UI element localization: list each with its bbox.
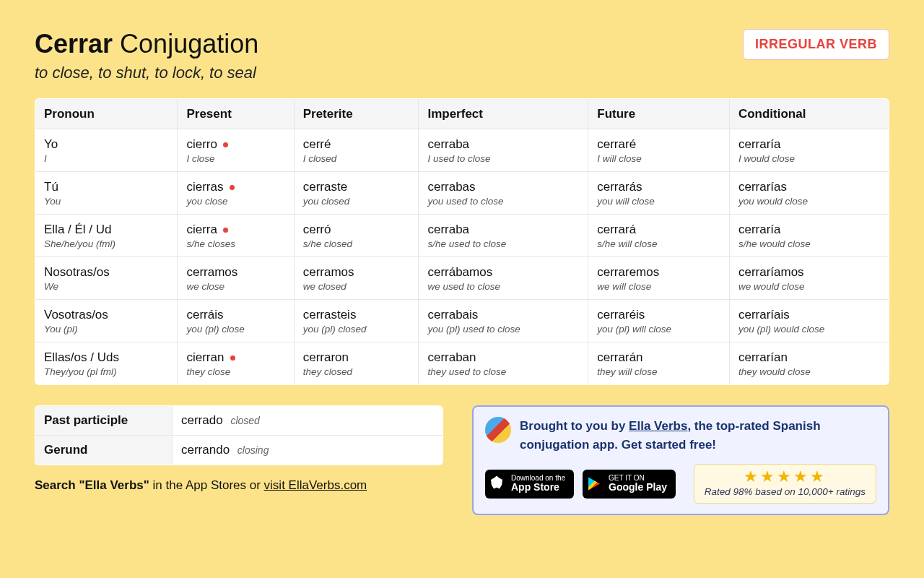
column-header: Imperfect xyxy=(419,99,588,129)
rating-box: ★★★★★ Rated 98% based on 10,000+ ratings xyxy=(694,464,876,504)
conjugation-cell: cerraríaisyou (pl) would close xyxy=(729,300,889,342)
conjugation-cell: cerrarásyou will close xyxy=(588,172,730,215)
google-play-button[interactable]: GET IT ON Google Play xyxy=(583,470,676,499)
conjugation-cell: cerraríasyou would close xyxy=(729,172,889,215)
conjugation-cell: cierra s/he closes xyxy=(178,215,294,257)
conjugation-cell: cerraríaI would close xyxy=(729,129,889,172)
gerund-value: cerrando closing xyxy=(173,436,443,465)
apple-icon xyxy=(491,476,505,492)
visit-site-link[interactable]: visit EllaVerbs.com xyxy=(264,478,367,492)
conjugation-cell: cerrarás/he will close xyxy=(588,215,730,257)
conjugation-cell: cerráisyou (pl) close xyxy=(178,300,294,342)
table-row: Nosotras/osWecerramoswe closecerramoswe … xyxy=(35,257,889,300)
column-header: Conditional xyxy=(729,99,889,129)
pronoun-cell: Vosotras/osYou (pl) xyxy=(35,300,178,342)
promo-box: Brought to you by Ella Verbs, the top-ra… xyxy=(472,405,889,515)
conjugation-cell: cerréI closed xyxy=(294,129,419,172)
conjugation-cell: cerrós/he closed xyxy=(294,215,419,257)
column-header: Preterite xyxy=(294,99,419,129)
ella-verbs-link[interactable]: Ella Verbs xyxy=(629,419,687,433)
star-icons: ★★★★★ xyxy=(705,469,866,485)
table-row: Ellas/os / UdsThey/you (pl fml)cierran t… xyxy=(35,342,889,385)
conjugation-cell: cerraréI will close xyxy=(588,129,730,172)
pronoun-cell: Nosotras/osWe xyxy=(35,257,178,300)
pronoun-cell: TúYou xyxy=(35,172,178,215)
conjugation-cell: cierro I close xyxy=(178,129,294,172)
pronoun-cell: YoI xyxy=(35,129,178,172)
verb-translation: to close, to shut, to lock, to seal xyxy=(35,64,258,82)
conjugation-cell: cerraránthey will close xyxy=(588,342,730,385)
conjugation-cell: cerrasteyou closed xyxy=(294,172,419,215)
past-participle-label: Past participle xyxy=(35,406,173,436)
gerund-label: Gerund xyxy=(35,436,173,465)
column-header: Pronoun xyxy=(35,99,178,129)
promo-app-icon xyxy=(485,417,511,443)
title-suffix: Conjugation xyxy=(120,29,258,59)
conjugation-cell: cerraríamoswe would close xyxy=(729,257,889,300)
conjugation-cell: cerrasteisyou (pl) closed xyxy=(294,300,419,342)
table-row: Vosotras/osYou (pl)cerráisyou (pl) close… xyxy=(35,300,889,342)
conjugation-cell: cerraríanthey would close xyxy=(729,342,889,385)
conjugation-cell: cerraronthey closed xyxy=(294,342,419,385)
pronoun-cell: Ellas/os / UdsThey/you (pl fml) xyxy=(35,342,178,385)
irregular-dot-icon xyxy=(230,355,235,361)
irregular-dot-icon xyxy=(223,228,228,233)
conjugation-cell: cerrabaI used to close xyxy=(419,129,588,172)
verb-name: Cerrar xyxy=(35,29,113,59)
conjugation-cell: cerrábamoswe used to close xyxy=(419,257,588,300)
conjugation-cell: cerrabanthey used to close xyxy=(419,342,588,385)
participle-table: Past participle cerrado closed Gerund ce… xyxy=(35,405,443,465)
irregular-dot-icon xyxy=(223,142,228,147)
conjugation-cell: cerrabasyou used to close xyxy=(419,172,588,215)
conjugation-cell: cerrarías/he would close xyxy=(729,215,889,257)
conjugation-cell: cerraréisyou (pl) will close xyxy=(588,300,730,342)
search-hint: Search "Ella Verbs" in the App Stores or… xyxy=(35,478,443,493)
conjugation-cell: cerramoswe close xyxy=(178,257,294,300)
conjugation-cell: cerraremoswe will close xyxy=(588,257,730,300)
irregular-dot-icon xyxy=(230,185,235,190)
conjugation-cell: cerrabas/he used to close xyxy=(419,215,588,257)
google-play-icon xyxy=(588,478,600,491)
conjugation-cell: cerramoswe closed xyxy=(294,257,419,300)
page-title: Cerrar Conjugation xyxy=(35,29,258,59)
table-row: YoIcierro I closecerréI closedcerrabaI u… xyxy=(35,129,889,172)
app-store-button[interactable]: Download on the App Store xyxy=(485,470,574,499)
pronoun-cell: Ella / Él / UdShe/he/you (fml) xyxy=(35,215,178,257)
table-row: Ella / Él / UdShe/he/you (fml)cierra s/h… xyxy=(35,215,889,257)
table-row: TúYoucierras you closecerrasteyou closed… xyxy=(35,172,889,215)
column-header: Present xyxy=(178,99,294,129)
column-header: Future xyxy=(588,99,730,129)
conjugation-cell: cerrabaisyou (pl) used to close xyxy=(419,300,588,342)
conjugation-cell: cierras you close xyxy=(178,172,294,215)
irregular-badge: IRREGULAR VERB xyxy=(743,29,889,60)
conjugation-table: PronounPresentPreteriteImperfectFutureCo… xyxy=(35,98,889,385)
conjugation-cell: cierran they close xyxy=(178,342,294,385)
past-participle-value: cerrado closed xyxy=(173,406,443,436)
